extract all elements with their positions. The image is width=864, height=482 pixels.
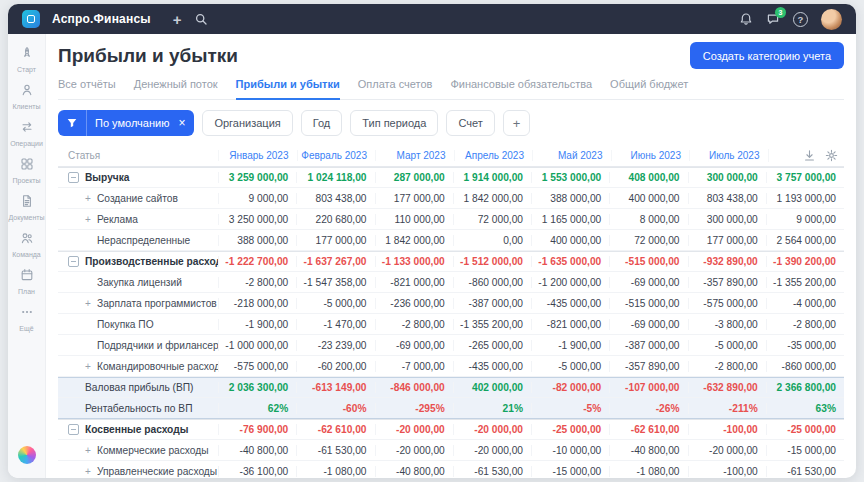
sidebar-item-projects[interactable]: Проекты	[8, 157, 44, 184]
main-content: Прибыли и убытки Создать категорию учета…	[46, 34, 856, 478]
gear-icon[interactable]	[825, 149, 838, 162]
expand-plus-icon[interactable]: +	[85, 445, 97, 456]
row-value-cell: -515 000,00	[609, 256, 687, 267]
column-header-article: Статья	[58, 150, 218, 161]
filter-chip-year[interactable]: Год	[301, 110, 343, 136]
expand-plus-icon[interactable]: +	[85, 214, 97, 225]
row-article-cell[interactable]: Нераспределенные	[58, 235, 218, 246]
filter-chip-account[interactable]: Счет	[446, 110, 494, 136]
row-article-label: Покупка ПО	[97, 319, 154, 330]
row-article-cell[interactable]: Производственные расходы	[58, 256, 218, 267]
sidebar-item-more[interactable]: Ещё	[8, 305, 44, 332]
row-article-cell[interactable]: +Коммерческие расходы	[58, 445, 218, 456]
row-value-cell: -5 000,00	[531, 361, 609, 372]
filter-chip-period-type[interactable]: Тип периода	[350, 110, 438, 136]
row-article-label: Выручка	[85, 172, 130, 183]
tab-budget[interactable]: Общий бюджет	[610, 75, 688, 99]
sidebar-item-clients[interactable]: Клиенты	[8, 83, 44, 110]
chat-icon[interactable]: 3	[766, 12, 780, 26]
row-value-cell: -211%	[688, 403, 766, 414]
collapse-box-icon[interactable]	[68, 256, 79, 267]
row-value-cell: -40 800,00	[609, 445, 687, 456]
row-value-cell: 3 259 000,00	[218, 172, 296, 183]
row-article-cell[interactable]: Подрядчики и фрилансеры	[58, 340, 218, 351]
row-value-cell: -1 133 000,00	[375, 256, 453, 267]
sidebar-item-label: Клиенты	[12, 103, 40, 110]
column-header-month[interactable]: Июнь 2023	[611, 150, 690, 161]
tab-all-reports[interactable]: Все отчёты	[58, 75, 116, 99]
expand-plus-icon[interactable]: +	[85, 466, 97, 477]
row-value-cell: -40 800,00	[375, 466, 453, 477]
row-value-cell: -20 000,00	[375, 445, 453, 456]
sidebar-item-team[interactable]: Команда	[8, 231, 44, 258]
aspro-logo-icon[interactable]	[18, 446, 36, 464]
tab-cash-flow[interactable]: Денежный поток	[134, 75, 218, 99]
row-article-cell[interactable]: Валовая прибыль (ВП)	[58, 382, 218, 393]
row-article-cell[interactable]: +Реклама	[58, 214, 218, 225]
table-row: +Командировочные расходы-575 000,00-60 2…	[58, 356, 844, 377]
search-icon[interactable]	[194, 12, 208, 26]
column-header-month[interactable]: Март 2023	[375, 150, 454, 161]
filter-close-icon[interactable]: ×	[176, 116, 194, 130]
sidebar-item-operations[interactable]: Операции	[8, 120, 44, 147]
row-value-cell: -2 800,00	[218, 277, 296, 288]
sidebar-item-start[interactable]: Старт	[8, 46, 44, 73]
expand-plus-icon[interactable]: +	[85, 193, 97, 204]
tab-pnl[interactable]: Прибыли и убытки	[236, 75, 340, 100]
row-value-cell: 388 000,00	[531, 193, 609, 204]
add-filter-button[interactable]: +	[503, 110, 531, 136]
row-value-cell: 8 000,00	[609, 214, 687, 225]
row-value-cell: -1 222 700,00	[218, 256, 296, 267]
notifications-bell-icon[interactable]	[739, 12, 753, 26]
user-avatar[interactable]	[821, 9, 842, 30]
quick-add-icon[interactable]: +	[173, 12, 182, 27]
table-row: Производственные расходы-1 222 700,00-1 …	[58, 251, 844, 272]
row-article-cell[interactable]: Рентабельность по ВП	[58, 403, 218, 414]
row-article-cell[interactable]: Косвенные расходы	[58, 424, 218, 435]
app-logo-icon[interactable]	[22, 10, 40, 28]
create-category-button[interactable]: Создать категорию учета	[690, 42, 844, 69]
row-value-cell: -357 890,00	[609, 361, 687, 372]
default-filter-chip[interactable]: По умолчанию ×	[58, 110, 194, 136]
page-title: Прибыли и убытки	[58, 45, 238, 67]
download-icon[interactable]	[803, 149, 816, 162]
collapse-box-icon[interactable]	[68, 424, 79, 435]
sidebar-item-label: Проекты	[12, 177, 40, 184]
row-article-label: Управленческие расходы	[97, 466, 217, 477]
table-row: Подрядчики и фрилансеры-1 000 000,00-23 …	[58, 335, 844, 356]
column-header-month[interactable]: Июль 2023	[689, 150, 768, 161]
row-value-cell: 1 842 000,00	[453, 193, 531, 204]
sidebar-item-documents[interactable]: Документы	[8, 194, 44, 221]
sidebar-item-plan[interactable]: План	[8, 268, 44, 295]
filter-chip-organization[interactable]: Организация	[202, 110, 292, 136]
row-value-cell: -218 000,00	[218, 298, 296, 309]
column-header-month[interactable]: Январь 2023	[218, 150, 297, 161]
row-value-cell: 388 000,00	[218, 235, 296, 246]
tab-invoices[interactable]: Оплата счетов	[358, 75, 433, 99]
column-header-month[interactable]: Февраль 2023	[297, 150, 376, 161]
row-article-cell[interactable]: +Зарплата программистов	[58, 298, 218, 309]
tab-liabilities[interactable]: Финансовые обязательства	[450, 75, 592, 99]
sidebar-item-label: Документы	[8, 214, 44, 221]
collapse-box-icon[interactable]	[68, 172, 79, 183]
expand-plus-icon[interactable]: +	[85, 298, 97, 309]
row-article-cell[interactable]: Выручка	[58, 172, 218, 183]
row-article-label: Создание сайтов	[97, 193, 178, 204]
row-article-label: Зарплата программистов	[97, 298, 217, 309]
row-article-cell[interactable]: +Управленческие расходы	[58, 466, 218, 477]
table-row: Покупка ПО-1 900,00-1 470,00-2 800,00-1 …	[58, 314, 844, 335]
row-article-cell[interactable]: +Командировочные расходы	[58, 361, 218, 372]
row-value-cell: -435 000,00	[531, 298, 609, 309]
column-header-month[interactable]: Май 2023	[532, 150, 611, 161]
row-value-cell: -860 000,00	[453, 277, 531, 288]
help-icon[interactable]: ?	[793, 12, 808, 27]
row-value-cell: -62 610,00	[609, 424, 687, 435]
row-article-cell[interactable]: Покупка ПО	[58, 319, 218, 330]
row-value-cell: -1 000 000,00	[218, 340, 296, 351]
row-article-cell[interactable]: Закупка лицензий	[58, 277, 218, 288]
column-header-month[interactable]: Апрель 2023	[454, 150, 533, 161]
row-value-cell: 287 000,00	[375, 172, 453, 183]
row-article-cell[interactable]: +Создание сайтов	[58, 193, 218, 204]
expand-plus-icon[interactable]: +	[85, 361, 97, 372]
row-value-cell: -2 800,00	[688, 361, 766, 372]
